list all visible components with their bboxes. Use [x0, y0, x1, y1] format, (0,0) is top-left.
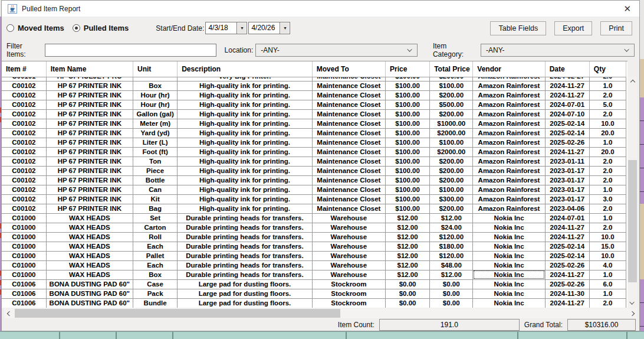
cell[interactable]: HP 67 PRINTER INK [46, 147, 133, 157]
cell[interactable]: Amazon Rainforest [473, 194, 545, 204]
cell[interactable]: Pack [133, 289, 178, 298]
cell[interactable]: C01006 [2, 279, 46, 289]
cell[interactable]: 2024-07-01 [545, 213, 589, 223]
end-date-combobox[interactable]: 4/20/26 ▼ [248, 22, 290, 34]
cell[interactable]: Hour (hr) [133, 90, 178, 100]
horizontal-scrollbar[interactable] [4, 308, 637, 318]
cell[interactable]: $0.00 [430, 279, 473, 289]
column-header-description[interactable]: Description [178, 61, 313, 77]
cell[interactable]: C01000 [2, 223, 46, 232]
cell[interactable]: Warehouse [312, 270, 385, 279]
table-fields-button[interactable]: Table Fields [490, 21, 546, 35]
cell[interactable]: Large pad for dusting floors. [178, 298, 313, 308]
cell[interactable]: Maintenance Closet [312, 204, 385, 213]
cell[interactable]: Amazon Rainforest [473, 175, 545, 185]
cell[interactable]: Maintenance Closet [312, 175, 385, 185]
cell[interactable]: Durable printing heads for transfers. [178, 260, 313, 270]
cell[interactable]: WAX HEADS [46, 270, 133, 279]
cell[interactable]: $100.00 [386, 119, 430, 128]
cell[interactable]: 2024-11-27 [545, 147, 589, 157]
cell[interactable]: $300.00 [430, 194, 473, 204]
cell[interactable]: HP 67 PRINTER INK [46, 175, 133, 185]
cell[interactable]: $100.00 [430, 138, 473, 147]
cell[interactable]: Maintenance Closet [312, 77, 385, 81]
cell[interactable]: 2.0 [589, 223, 626, 232]
cell[interactable]: $200.00 [430, 77, 473, 81]
cell[interactable]: Maintenance Closet [312, 128, 385, 138]
cell[interactable]: 2024-11-27 [545, 90, 589, 100]
scroll-left-button[interactable] [4, 308, 14, 318]
cell[interactable]: 2023-01-11 [545, 157, 589, 166]
cell[interactable]: WAX HEADS [46, 251, 133, 260]
cell[interactable]: $100.00 [386, 175, 430, 185]
cell[interactable]: 4.0 [589, 260, 626, 270]
cell[interactable]: 10.0 [589, 119, 626, 128]
cell[interactable]: High-quality ink for printing. [178, 204, 313, 213]
cell[interactable]: $100.00 [386, 185, 430, 194]
column-header-qty[interactable]: Qty [589, 61, 626, 77]
cell[interactable]: Amazon Rainforest [473, 204, 545, 213]
cell[interactable]: High-quality ink for printing. [178, 90, 313, 100]
cell[interactable]: Nokia Inc [473, 213, 545, 223]
cell[interactable]: 2.0 [589, 157, 626, 166]
cell[interactable]: Maintenance Closet [312, 147, 385, 157]
cell[interactable]: Amazon Rainforest [473, 128, 545, 138]
cell[interactable]: Box [133, 81, 178, 90]
cell[interactable]: $12.00 [386, 270, 430, 279]
cell[interactable]: $100.00 [386, 166, 430, 175]
cell[interactable]: Nokia Inc [473, 242, 545, 251]
cell[interactable]: Maintenance Closet [312, 109, 385, 119]
cell[interactable]: Amazon Rainforest [473, 157, 545, 166]
cell[interactable]: Amazon Rainforest [473, 90, 545, 100]
cell[interactable]: High-quality ink for printing. [178, 109, 313, 119]
cell[interactable]: 1.0 [589, 81, 626, 90]
scroll-right-button[interactable] [627, 308, 637, 318]
cell[interactable]: Nokia Inc [473, 298, 545, 308]
cell[interactable]: WAX HEADS [46, 260, 133, 270]
cell[interactable]: Warehouse [312, 251, 385, 260]
cell[interactable]: 2.0 [589, 90, 626, 100]
cell[interactable]: 2023-01-17 [545, 185, 589, 194]
cell[interactable]: Bag [133, 204, 178, 213]
pulled-items-radio[interactable]: Pulled Items [73, 24, 129, 32]
cell[interactable]: Maintenance Closet [312, 185, 385, 194]
cell[interactable]: Carton [133, 223, 178, 232]
cell[interactable]: High-quality ink for printing. [178, 166, 313, 175]
column-header-vendor[interactable]: Vendor [473, 61, 545, 77]
cell[interactable]: Bundle [133, 298, 178, 308]
column-header-total-price[interactable]: Total Price [430, 61, 473, 77]
cell[interactable]: 2024-11-30 [545, 289, 589, 298]
cell[interactable]: $12.00 [386, 232, 430, 242]
horizontal-scroll-thumb[interactable] [15, 309, 340, 318]
cell[interactable]: 2023-01-17 [545, 194, 589, 204]
cell[interactable]: Amazon Rainforest [473, 166, 545, 175]
cell[interactable]: C00102 [2, 194, 46, 204]
cell[interactable]: $100.00 [386, 194, 430, 204]
cell[interactable]: 2024-02-27 [545, 77, 589, 81]
cell[interactable]: $100.00 [386, 109, 430, 119]
cell[interactable]: Durable printing heads for transfers. [178, 251, 313, 260]
cell[interactable]: Amazon Rainforest [473, 147, 545, 157]
cell[interactable]: WAX HEADS [46, 242, 133, 251]
cell[interactable]: HP 67 PRINTER INK [46, 109, 133, 119]
cell[interactable]: 2.0 [589, 298, 626, 308]
cell[interactable]: $180.00 [430, 242, 473, 251]
cell[interactable]: Warehouse [312, 260, 385, 270]
cell[interactable]: $12.00 [386, 223, 430, 232]
cell[interactable]: $12.00 [386, 260, 430, 270]
cell[interactable]: 1.0 [589, 289, 626, 298]
cell[interactable]: $0.00 [430, 289, 473, 298]
cell[interactable]: Pallet [133, 251, 178, 260]
cell[interactable]: Durable printing heads for transfers. [178, 232, 313, 242]
cell[interactable]: 2023-04-06 [545, 204, 589, 213]
cell[interactable]: C00102 [2, 81, 46, 90]
cell[interactable]: Can [133, 185, 178, 194]
cell[interactable]: HP 67 PRINTER INK [46, 119, 133, 128]
vertical-scrollbar[interactable] [627, 77, 638, 308]
cell[interactable]: 20.0 [589, 128, 626, 138]
cell[interactable]: 2.0 [589, 77, 626, 81]
cell[interactable]: Liter (L) [133, 138, 178, 147]
cell[interactable]: Amazon Rainforest [473, 185, 545, 194]
cell[interactable]: Nokia Inc [473, 223, 545, 232]
cell[interactable]: $12.00 [430, 213, 473, 223]
